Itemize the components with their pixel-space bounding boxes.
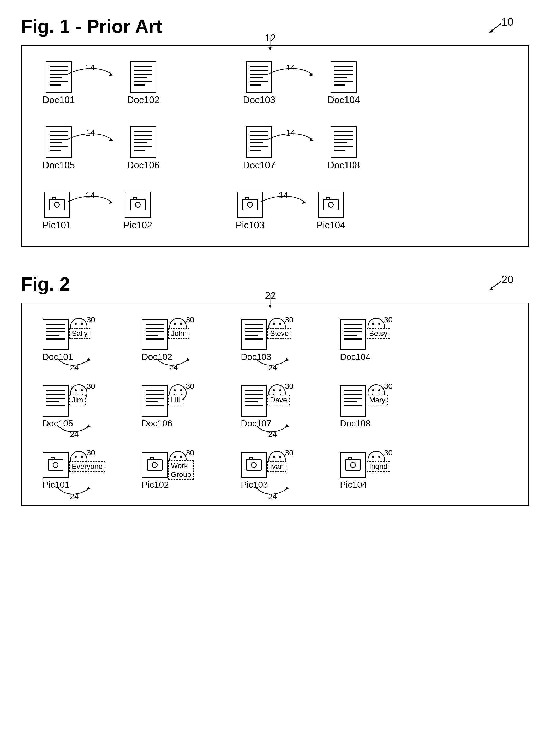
fig2-doc103-arrow24: 24 [256,359,293,372]
svg-text:24: 24 [70,492,78,501]
fig2-pic103-cell: Ivan 30 24 Pic103 [241,452,340,490]
svg-text:14: 14 [286,128,296,137]
fig2-pic101-name-box: Everyone [69,461,105,472]
fig2-pic103-ref30: 30 [285,448,294,457]
fig2-doc103-ref30: 30 [285,315,294,324]
fig2-doc106-smiley-group: Lili 30 [169,384,186,402]
fig2-pic103-icon [241,452,267,478]
fig2-ref: 20 [501,273,513,286]
fig2-doc103-cell: Steve 30 24 Doc103 [241,319,340,362]
fig2-doc108-cell: Mary 30 Doc108 [340,385,439,428]
fig2-doc105-cell: Jim 30 24 Doc105 [43,385,142,428]
fig2-doc106-name-box: Lili [168,395,182,405]
fig1-doc103-wrapper: 14 Doc103 [243,61,275,106]
fig1-doc105-label: Doc105 [43,160,75,171]
svg-text:24: 24 [70,363,78,372]
fig2-doc105-smiley-group: Jim 30 [70,384,87,402]
fig2-doc104-icon [340,319,366,350]
fig1-doc101-wrapper: 14 Doc101 [43,61,75,106]
fig2-doc106-label: Doc106 [142,418,241,428]
fig2-doc101-arrow24: 24 [58,359,95,372]
fig2-doc106-icon [142,385,168,417]
fig1-pic103-label: Pic103 [235,220,264,231]
fig2-doc101-cell: Sally 30 24 Doc101 [43,319,142,362]
svg-text:14: 14 [86,63,95,72]
fig2-box-ref-arrow [267,295,275,309]
fig1-box-ref: 12 [265,33,276,44]
fig1-pic102-label: Pic102 [123,220,152,231]
fig2-pic102-name-box: WorkGroup [168,460,194,480]
fig1-doc101-arrow: 14 [67,69,119,85]
fig1-doc104-label: Doc104 [328,95,360,106]
fig2-pic104-icon [340,452,366,478]
fig1-doc103-label: Doc103 [243,95,275,106]
fig1-box-ref-arrow [267,38,275,51]
fig1-doc107-wrapper: 14 Doc107 [243,126,275,171]
fig2-doc108-label: Doc108 [340,418,439,428]
doc104-icon [331,61,357,93]
fig2-doc108-name-box: Mary [367,395,388,405]
fig2-doc105-arrow24: 24 [58,426,95,439]
fig2-pic102-ref30: 30 [186,448,194,457]
fig2-doc107-cell: Dave 30 24 Doc107 [241,385,340,428]
fig1-doc107-label: Doc107 [243,160,275,171]
svg-text:24: 24 [268,430,277,438]
fig2-pic101-icon [43,452,69,478]
fig1-row3: 14 Pic101 Pic102 [43,192,507,231]
fig1-doc104-wrapper: Doc104 [328,61,360,106]
svg-text:24: 24 [268,492,277,501]
fig1-arrow-icon [486,21,506,37]
fig2-pic104-smiley-group: Ingrid 30 [368,451,385,468]
pic104-icon [318,192,344,218]
fig1-ref: 10 [501,16,513,28]
fig2-pic101-arrow24: 24 [58,488,95,501]
fig2-doc107-name-box: Dave [267,395,290,405]
fig1-doc102-wrapper: Doc102 [127,61,159,106]
fig2-doc107-arrow24: 24 [256,426,293,439]
fig2-doc108-icon [340,385,366,417]
fig2-arrow-icon [486,279,506,294]
fig2-doc106-cell: Lili 30 Doc106 [142,385,241,428]
fig2-pic102-cell: WorkGroup 30 Pic102 [142,452,241,490]
pic103-icon [237,192,263,218]
figure-1-section: Fig. 1 - Prior Art 10 12 [21,16,529,247]
fig1-row2: 14 Doc105 Doc106 [43,126,507,171]
pic102-icon [125,192,151,218]
fig2-doc107-ref30: 30 [285,382,294,391]
fig2-pic104-name-box: Ingrid [367,461,390,472]
svg-line-0 [491,23,501,31]
svg-text:24: 24 [268,363,277,372]
fig2-doc105-ref30: 30 [87,382,95,391]
fig2-doc102-smiley-group: John 30 [169,318,186,335]
fig1-pic104-wrapper: Pic104 [317,192,345,231]
fig2-doc107-smiley-group: Dave 30 [268,384,286,402]
fig1-doc105-wrapper: 14 Doc105 [43,126,75,171]
fig2-box: 22 [21,303,529,506]
svg-marker-3 [268,47,271,51]
fig2-doc108-ref30: 30 [384,382,393,391]
fig2-doc108-smiley-group: Mary 30 [368,384,385,402]
fig2-doc101-smiley-group: Sally 30 [70,318,87,335]
fig1-pic104-label: Pic104 [317,220,345,231]
fig2-pic101-smiley-group: Everyone 30 [70,451,87,468]
fig2-doc105-name-box: Jim [69,395,86,405]
fig2-box-ref: 22 [265,290,276,301]
fig2-pic104-ref30: 30 [384,448,393,457]
fig1-doc106-wrapper: Doc106 [127,126,159,171]
fig2-pic102-label: Pic102 [142,480,241,490]
svg-marker-19 [268,305,271,309]
fig2-pic104-cell: Ingrid 30 Pic104 [340,452,439,490]
doc108-icon [331,126,357,158]
fig2-pic103-name-box: Ivan [267,461,287,472]
doc106-icon [130,126,156,158]
fig2-doc103-smiley-group: Steve 30 [268,318,286,335]
fig2-doc104-name-box: Betsy [367,328,390,339]
fig2-pic101-ref30: 30 [87,448,95,457]
svg-text:14: 14 [286,63,296,72]
fig2-doc102-name-box: John [168,328,189,339]
svg-line-16 [491,281,501,289]
doc102-icon [130,61,156,93]
fig2-pic103-smiley-group: Ivan 30 [268,451,286,468]
fig1-doc108-label: Doc108 [328,160,360,171]
fig1-pic101-label: Pic101 [43,220,71,231]
